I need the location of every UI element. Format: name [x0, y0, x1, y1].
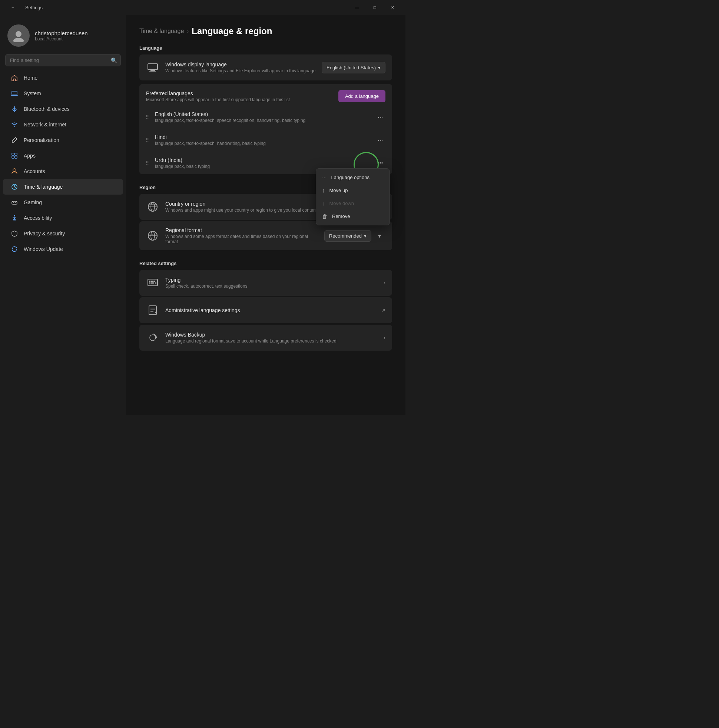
admin-language-icon	[146, 304, 159, 317]
language-options-menu-item[interactable]: ··· Language options	[316, 171, 390, 184]
admin-language-text: Administrative language settings	[165, 307, 375, 313]
user-section[interactable]: christophpiercedusen Local Account	[0, 18, 126, 54]
search-box: 🔍	[5, 54, 121, 66]
sidebar-item-network[interactable]: Network & internet	[3, 117, 123, 132]
minimize-button[interactable]: —	[348, 2, 366, 13]
regional-format-title: Regional format	[165, 227, 318, 233]
svg-point-39	[150, 335, 156, 341]
hindi-more-button[interactable]: ···	[374, 134, 386, 146]
windows-backup-title: Windows Backup	[165, 332, 378, 338]
hindi-name: Hindi	[155, 134, 370, 140]
nav-list: HomeSystemBluetooth & devicesNetwork & i…	[0, 70, 126, 257]
preferred-languages-subtitle: Microsoft Store apps will appear in the …	[146, 97, 290, 102]
display-language-value: English (United States)	[326, 65, 376, 70]
drag-handle-urdu[interactable]: ⠿	[145, 160, 149, 166]
apps-nav-icon	[11, 151, 18, 160]
preferred-languages-text: Preferred languages Microsoft Store apps…	[146, 90, 290, 102]
svg-rect-33	[151, 283, 154, 284]
sidebar-item-home[interactable]: Home	[3, 70, 123, 86]
sidebar-item-bluetooth[interactable]: Bluetooth & devices	[3, 101, 123, 117]
main-content: Time & language › Language & region Lang…	[126, 15, 405, 415]
context-menu: ··· Language options ↑ Move up ↓ Move do…	[316, 168, 390, 225]
gaming-nav-icon	[11, 198, 18, 206]
user-info: christophpiercedusen Local Account	[35, 30, 88, 41]
sidebar-item-label-apps: Apps	[24, 153, 35, 159]
sidebar-item-gaming[interactable]: Gaming	[3, 194, 123, 210]
accounts-nav-icon	[11, 167, 18, 175]
sidebar: christophpiercedusen Local Account 🔍 Hom…	[0, 15, 126, 415]
sidebar-item-label-update: Windows Update	[24, 246, 63, 252]
close-button[interactable]: ✕	[384, 2, 401, 13]
admin-language-card[interactable]: Administrative language settings ↗	[139, 297, 392, 323]
svg-point-4	[14, 126, 15, 127]
windows-backup-text: Windows Backup Language and regional for…	[165, 332, 378, 344]
regional-format-expand[interactable]: ▾	[373, 230, 386, 242]
move-up-icon: ↑	[322, 187, 325, 193]
language-section-title: Language	[139, 45, 392, 51]
bluetooth-nav-icon	[11, 105, 18, 113]
drag-handle-hindi[interactable]: ⠿	[145, 137, 149, 143]
move-down-label: Move down	[329, 200, 354, 206]
sidebar-item-privacy[interactable]: Privacy & security	[3, 226, 123, 241]
sidebar-item-accounts[interactable]: Accounts	[3, 164, 123, 179]
svg-rect-35	[149, 306, 156, 315]
sidebar-item-apps[interactable]: Apps	[3, 148, 123, 164]
svg-rect-18	[149, 71, 156, 72]
display-language-title: Windows display language	[165, 61, 316, 67]
english-features: language pack, text-to-speech, speech re…	[155, 118, 370, 123]
windows-backup-card[interactable]: Windows Backup Language and regional for…	[139, 325, 392, 351]
add-language-button[interactable]: Add a language	[338, 90, 386, 102]
svg-rect-30	[151, 281, 153, 282]
dropdown-chevron-icon: ▾	[378, 65, 381, 70]
remove-label: Remove	[332, 214, 350, 219]
urdu-more-button[interactable]: ···	[374, 157, 386, 169]
country-icon	[146, 200, 159, 214]
admin-language-title: Administrative language settings	[165, 307, 375, 313]
titlebar: ← Settings — □ ✕	[0, 0, 405, 15]
move-up-menu-item[interactable]: ↑ Move up	[316, 184, 390, 197]
svg-rect-17	[150, 70, 155, 71]
preferred-languages-card: Preferred languages Microsoft Store apps…	[139, 84, 392, 174]
preferred-languages-header: Preferred languages Microsoft Store apps…	[139, 84, 392, 106]
user-name: christophpiercedusen	[35, 30, 88, 36]
display-language-text: Windows display language Windows feature…	[165, 61, 316, 73]
sidebar-item-label-gaming: Gaming	[24, 199, 42, 205]
sidebar-item-update[interactable]: Windows Update	[3, 241, 123, 257]
breadcrumb-current: Language & region	[191, 26, 272, 36]
sidebar-item-time[interactable]: Time & language	[3, 179, 123, 194]
language-item-urdu: ⠿ Urdu (India) language pack, basic typi…	[139, 152, 392, 174]
sidebar-item-label-network: Network & internet	[24, 122, 66, 127]
back-button[interactable]: ←	[5, 2, 21, 13]
search-input[interactable]	[5, 54, 121, 66]
sidebar-item-label-bluetooth: Bluetooth & devices	[24, 106, 70, 112]
svg-rect-8	[15, 156, 17, 158]
sidebar-item-accessibility[interactable]: Accessibility	[3, 210, 123, 226]
breadcrumb-parent[interactable]: Time & language	[139, 28, 184, 34]
accessibility-nav-icon	[11, 214, 18, 222]
svg-rect-34	[155, 283, 156, 284]
network-nav-icon	[11, 121, 18, 128]
restore-button[interactable]: □	[366, 2, 383, 13]
sidebar-item-label-privacy: Privacy & security	[24, 231, 65, 237]
regional-format-dropdown[interactable]: Recommended ▾	[324, 230, 371, 242]
drag-handle-english[interactable]: ⠿	[145, 114, 149, 120]
sidebar-item-system[interactable]: System	[3, 86, 123, 101]
personalization-nav-icon	[11, 136, 18, 144]
windows-backup-subtitle: Language and regional format save to acc…	[165, 338, 378, 344]
move-down-icon: ↓	[322, 200, 325, 206]
svg-point-9	[13, 169, 16, 171]
window-controls: — □ ✕	[348, 2, 401, 13]
privacy-nav-icon	[11, 229, 18, 238]
sidebar-item-personalization[interactable]: Personalization	[3, 132, 123, 148]
avatar	[8, 24, 30, 47]
english-more-button[interactable]: ···	[374, 111, 386, 123]
language-item-hindi: ⠿ Hindi language pack, text-to-speech, h…	[139, 129, 392, 151]
typing-card[interactable]: Typing Spell check, autocorrect, text su…	[139, 270, 392, 296]
svg-rect-5	[12, 153, 14, 155]
svg-text:A: A	[151, 233, 153, 236]
display-language-dropdown[interactable]: English (United States) ▾	[322, 62, 386, 73]
remove-menu-item[interactable]: 🗑 Remove	[316, 210, 390, 223]
sidebar-item-label-time: Time & language	[24, 184, 63, 190]
sidebar-item-label-home: Home	[24, 75, 37, 81]
svg-point-14	[15, 202, 16, 203]
